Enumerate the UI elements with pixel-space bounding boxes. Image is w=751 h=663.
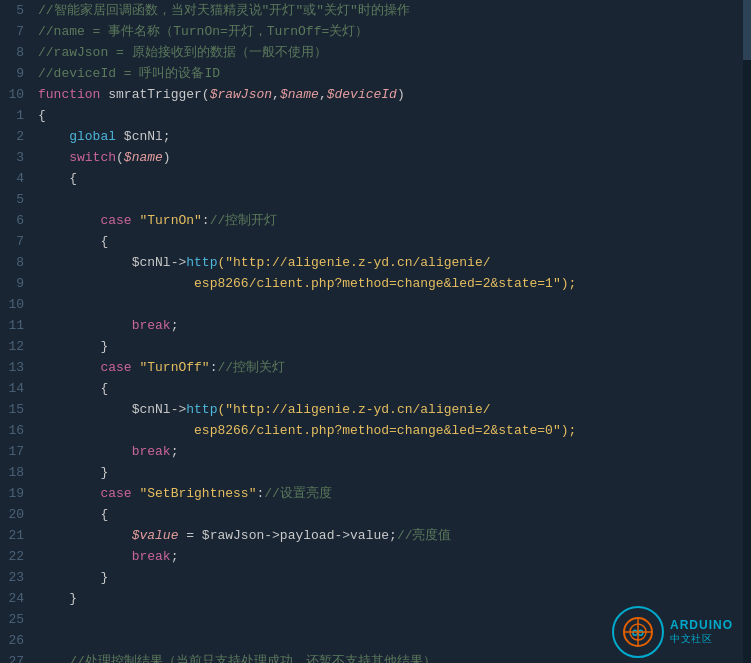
code-token: ("http://aligenie.z-yd.cn/aligenie/ xyxy=(217,402,490,417)
code-editor: 5789101234567891011121314151617181920212… xyxy=(0,0,751,663)
code-token: http xyxy=(186,255,217,270)
code-line: case "SetBrightness"://设置亮度 xyxy=(38,483,751,504)
code-token: esp8266/client.php?method=change&led=2&s… xyxy=(38,423,576,438)
code-line: } xyxy=(38,336,751,357)
line-number: 8 xyxy=(0,252,24,273)
code-token xyxy=(38,318,132,333)
code-token: $rawJson->payload->value; xyxy=(202,528,397,543)
code-token: ("http://aligenie.z-yd.cn/aligenie/ xyxy=(217,255,490,270)
code-token: { xyxy=(38,108,46,123)
code-token: , xyxy=(272,87,280,102)
line-number: 1 xyxy=(0,105,24,126)
code-token: break xyxy=(132,444,171,459)
code-token: ; xyxy=(171,318,179,333)
line-number: 9 xyxy=(0,63,24,84)
code-line: //name = 事件名称（TurnOn=开灯，TurnOff=关灯） xyxy=(38,21,751,42)
code-line: esp8266/client.php?method=change&led=2&s… xyxy=(38,420,751,441)
code-token: smratTrigger( xyxy=(100,87,209,102)
line-number: 12 xyxy=(0,336,24,357)
code-token: } xyxy=(38,591,77,606)
code-token: switch xyxy=(38,150,116,165)
line-number: 7 xyxy=(0,21,24,42)
code-token xyxy=(38,528,132,543)
code-token: case xyxy=(38,213,139,228)
code-token: $cnNl-> xyxy=(132,255,187,270)
line-number: 5 xyxy=(0,189,24,210)
code-token: //name = 事件名称（TurnOn=开灯，TurnOff=关灯） xyxy=(38,24,368,39)
code-token: $rawJson xyxy=(210,87,272,102)
code-token: ; xyxy=(171,549,179,564)
code-token: $name xyxy=(280,87,319,102)
community-label: 中文社区 xyxy=(670,632,712,646)
line-number: 6 xyxy=(0,210,24,231)
code-token xyxy=(38,549,132,564)
code-token: function xyxy=(38,87,100,102)
code-area: 5789101234567891011121314151617181920212… xyxy=(0,0,751,663)
line-number: 14 xyxy=(0,378,24,399)
code-line: $cnNl->http("http://aligenie.z-yd.cn/ali… xyxy=(38,252,751,273)
line-number: 4 xyxy=(0,168,24,189)
line-number: 19 xyxy=(0,483,24,504)
code-token: //智能家居回调函数，当对天猫精灵说"开灯"或"关灯"时的操作 xyxy=(38,3,410,18)
code-token: { xyxy=(38,171,77,186)
code-line: function smratTrigger($rawJson,$name,$de… xyxy=(38,84,751,105)
code-token: $name xyxy=(124,150,163,165)
code-token: $value xyxy=(132,528,179,543)
line-number: 11 xyxy=(0,315,24,336)
code-token: case xyxy=(38,486,139,501)
code-token: case xyxy=(38,360,139,375)
code-content[interactable]: //智能家居回调函数，当对天猫精灵说"开灯"或"关灯"时的操作//name = … xyxy=(30,0,751,663)
line-number: 13 xyxy=(0,357,24,378)
arduino-label: ARDUINO xyxy=(670,618,733,632)
code-line: } xyxy=(38,462,751,483)
code-token: ; xyxy=(171,444,179,459)
line-number: 18 xyxy=(0,462,24,483)
code-line: { xyxy=(38,105,751,126)
code-token: { xyxy=(38,381,108,396)
code-line: $value = $rawJson->payload->value;//亮度值 xyxy=(38,525,751,546)
line-number: 24 xyxy=(0,588,24,609)
code-line: break; xyxy=(38,546,751,567)
code-token: , xyxy=(319,87,327,102)
line-number: 26 xyxy=(0,630,24,651)
code-token: http xyxy=(186,402,217,417)
code-line: } xyxy=(38,567,751,588)
code-token: } xyxy=(38,339,108,354)
code-line: //智能家居回调函数，当对天猫精灵说"开灯"或"关灯"时的操作 xyxy=(38,0,751,21)
code-token xyxy=(38,255,132,270)
code-token: //控制关灯 xyxy=(217,360,285,375)
arduino-text: ARDUINO 中文社区 xyxy=(670,618,733,646)
code-token: { xyxy=(38,507,108,522)
line-number: 22 xyxy=(0,546,24,567)
line-number: 17 xyxy=(0,441,24,462)
line-number: 20 xyxy=(0,504,24,525)
code-line xyxy=(38,189,751,210)
code-token xyxy=(38,654,69,663)
line-number: 9 xyxy=(0,273,24,294)
code-line xyxy=(38,294,751,315)
scrollbar-thumb[interactable] xyxy=(743,0,751,60)
line-number: 16 xyxy=(0,420,24,441)
code-token xyxy=(38,444,132,459)
code-line: switch($name) xyxy=(38,147,751,168)
code-line: { xyxy=(38,378,751,399)
code-token: //rawJson = 原始接收到的数据（一般不使用） xyxy=(38,45,327,60)
code-token: //设置亮度 xyxy=(264,486,332,501)
line-number: 25 xyxy=(0,609,24,630)
scrollbar-track[interactable] xyxy=(743,0,751,663)
code-line: $cnNl->http("http://aligenie.z-yd.cn/ali… xyxy=(38,399,751,420)
line-number: 27 xyxy=(0,651,24,663)
code-token: break xyxy=(132,549,171,564)
code-token: } xyxy=(38,465,108,480)
line-number: 10 xyxy=(0,84,24,105)
code-line: case "TurnOff"://控制关灯 xyxy=(38,357,751,378)
line-number: 7 xyxy=(0,231,24,252)
code-line: { xyxy=(38,231,751,252)
line-number: 8 xyxy=(0,42,24,63)
line-number: 3 xyxy=(0,147,24,168)
code-line: case "TurnOn"://控制开灯 xyxy=(38,210,751,231)
code-token: esp8266/client.php?method=change&led=2&s… xyxy=(38,276,576,291)
code-token: //处理控制结果（当前只支持处理成功，还暂不支持其他结果） xyxy=(69,654,436,663)
arduino-logo-icon: ∞ xyxy=(612,606,664,658)
code-token: "TurnOff" xyxy=(139,360,209,375)
